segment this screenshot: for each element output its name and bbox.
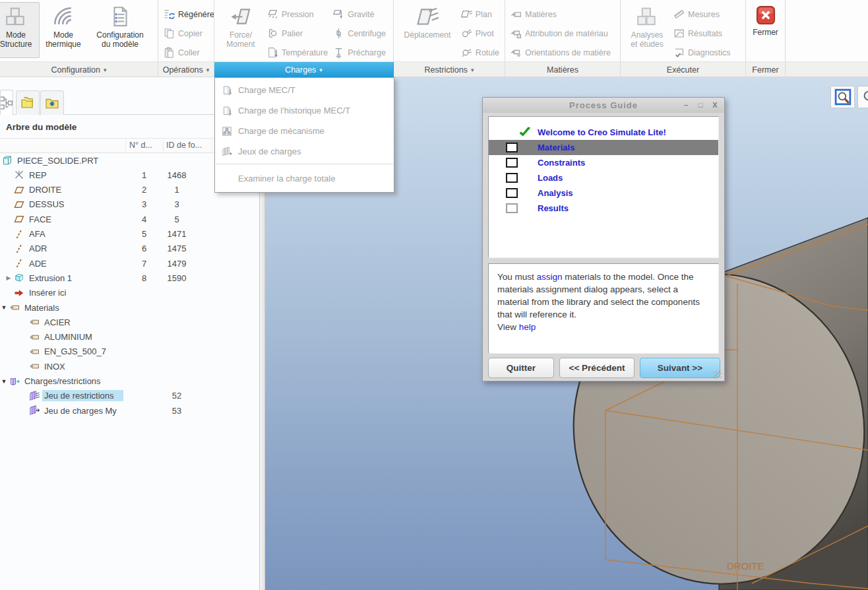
tree-row-label: Charges/restrictions <box>22 376 103 387</box>
dialog-titlebar[interactable]: Process Guide –□X <box>483 98 724 113</box>
force-moment-button[interactable]: Force/Moment <box>217 2 264 58</box>
feature-id: 53 <box>163 406 191 416</box>
checkbox[interactable] <box>506 143 518 152</box>
group-label-op-rations[interactable]: Opérations▾ <box>158 62 214 77</box>
group-label-charges[interactable]: Charges▾ <box>214 62 394 77</box>
tree-row[interactable]: ALUMINIUM <box>0 330 259 344</box>
feature-id: 1475 <box>163 244 191 253</box>
tab-model-tree[interactable] <box>0 90 13 115</box>
process-step[interactable]: Materials <box>489 140 718 155</box>
help-link[interactable]: help <box>519 322 536 332</box>
tree-row[interactable]: ADR61475 <box>0 242 259 256</box>
maximize-icon[interactable]: □ <box>695 100 706 110</box>
plane-constraint-button[interactable]: Plan <box>458 5 502 24</box>
gravity-button[interactable]: Gravité <box>330 5 388 24</box>
regenerate-button[interactable]: Régénérer <box>161 5 214 24</box>
quit-button[interactable]: Quitter <box>488 358 554 378</box>
tree-row[interactable]: FACE45 <box>0 212 259 226</box>
button-label: Force/ <box>230 31 252 40</box>
checkbox[interactable] <box>506 188 518 198</box>
mode-thermal-button[interactable]: Modethermique <box>40 2 87 58</box>
collapse-arrow-icon[interactable]: ▼ <box>1 378 7 385</box>
centrifugal-button[interactable]: Centrifuge <box>330 24 388 43</box>
tab-folders[interactable] <box>16 90 40 115</box>
tree-row[interactable]: ▼Materials <box>0 300 259 315</box>
column-feature-id[interactable]: ID de fo... <box>166 141 210 150</box>
checkbox[interactable] <box>506 158 518 168</box>
menu-item-mect-history-load[interactable]: Charge de l'historique MEC/T <box>215 100 394 121</box>
paste-button[interactable]: Coller <box>161 43 214 61</box>
displacement-icon <box>416 5 439 28</box>
tree-row[interactable]: AFA51471 <box>0 227 259 242</box>
tree-row[interactable]: DESSUS33 <box>0 197 259 212</box>
tree-row[interactable]: Insérer ici <box>0 286 259 300</box>
process-guide-dialog: Process Guide –□X Welcome to Creo Simula… <box>482 97 725 381</box>
close-icon[interactable]: X <box>710 100 720 110</box>
model-setup-button[interactable]: Configurationdu modèle <box>87 2 153 58</box>
zoom-button[interactable] <box>857 86 868 108</box>
gravity-icon <box>333 9 344 20</box>
material-assign-button[interactable]: Attribution de matériau <box>508 24 613 43</box>
minimize-icon[interactable]: – <box>681 100 691 110</box>
group-label-mati-res[interactable]: Matières <box>505 62 621 77</box>
copy-button[interactable]: Copier <box>161 24 214 43</box>
checkbox[interactable] <box>506 203 518 213</box>
process-step[interactable]: Analysis <box>489 185 718 201</box>
process-step[interactable]: Results <box>489 201 718 216</box>
mode-structure-icon <box>5 5 27 28</box>
tree-row[interactable]: EN_GJS_500_7 <box>0 344 259 359</box>
menu-item-review-total-load[interactable]: Examiner la charge totale <box>215 166 394 190</box>
group-label-ex-cuter[interactable]: Exécuter <box>621 62 746 77</box>
tree-row[interactable]: ▼Charges/restrictions <box>0 374 259 389</box>
process-step[interactable]: Constraints <box>489 155 718 170</box>
pressure-button[interactable]: Pression <box>264 5 330 24</box>
ball-joint-button[interactable]: Rotule <box>458 43 502 61</box>
material-orient-button[interactable]: Orientations de matière <box>508 43 613 61</box>
results-button[interactable]: Résultats <box>671 24 733 43</box>
tree-row[interactable]: INOX <box>0 359 259 374</box>
menu-item-mect-load[interactable]: Charge MEC/T <box>215 80 394 100</box>
group-label-fermer[interactable]: Fermer <box>746 62 786 77</box>
zoom-box-button[interactable] <box>830 86 855 108</box>
measures-button[interactable]: Mesures <box>671 5 733 24</box>
column-feature-number[interactable]: N° d... <box>129 141 162 150</box>
tree-row[interactable]: Jeu de charges My53 <box>0 403 259 418</box>
collapse-arrow-icon[interactable]: ▼ <box>1 304 7 311</box>
close-app-icon <box>756 5 776 25</box>
tree-row[interactable]: Jeu de restrictions52 <box>0 389 259 403</box>
button-label: Régénérer <box>178 10 214 19</box>
assign-link[interactable]: assign <box>537 272 563 282</box>
button-label: Moment <box>226 40 255 49</box>
next-button[interactable]: Suivant >> <box>640 358 720 378</box>
resize-grip[interactable] <box>714 370 722 379</box>
mode-structure-button[interactable]: ModeStructure <box>0 2 40 58</box>
menu-item-mechanism-load[interactable]: Charge de mécanisme <box>215 121 394 141</box>
analyses-button[interactable]: Analyseset études <box>623 2 671 58</box>
tree-row[interactable]: ADE71479 <box>0 256 259 271</box>
tree-row[interactable]: ▶Extrusion 181590 <box>0 271 259 285</box>
previous-button[interactable]: << Précédent <box>559 358 635 378</box>
tree-row-label: PIECE_SOLIDE.PRT <box>15 155 100 166</box>
menu-item-load-sets[interactable]: Jeux de charges <box>215 141 394 162</box>
process-step[interactable]: Welcome to Creo Simulate Lite! <box>489 125 718 140</box>
group-label-restrictions[interactable]: Restrictions▾ <box>394 62 505 77</box>
diagnostics-button[interactable]: Diagnostics <box>671 43 733 61</box>
close-app-button[interactable]: Fermer <box>749 2 782 58</box>
button-label: Résultats <box>688 29 722 38</box>
material-tag-icon <box>29 332 40 343</box>
displacement-button[interactable]: Déplacement <box>396 2 458 58</box>
preload-button[interactable]: Précharge <box>330 43 388 61</box>
tree-row[interactable]: ACIER <box>0 315 259 329</box>
materials-button[interactable]: Matières <box>508 5 613 24</box>
bearing-button[interactable]: Palier <box>264 24 330 43</box>
process-step[interactable]: Loads <box>489 170 718 185</box>
temperature-button[interactable]: Température <box>264 43 330 61</box>
pivot-button[interactable]: Pivot <box>458 24 502 43</box>
tab-favorites[interactable] <box>40 90 64 115</box>
checkbox[interactable] <box>506 173 518 183</box>
expand-arrow-icon[interactable]: ▶ <box>5 275 12 281</box>
group-label-text: Matières <box>547 65 578 75</box>
button-label: Rotule <box>476 48 499 57</box>
group-label-configuration[interactable]: Configuration▾ <box>0 62 158 77</box>
feature-id: 1468 <box>163 170 191 180</box>
